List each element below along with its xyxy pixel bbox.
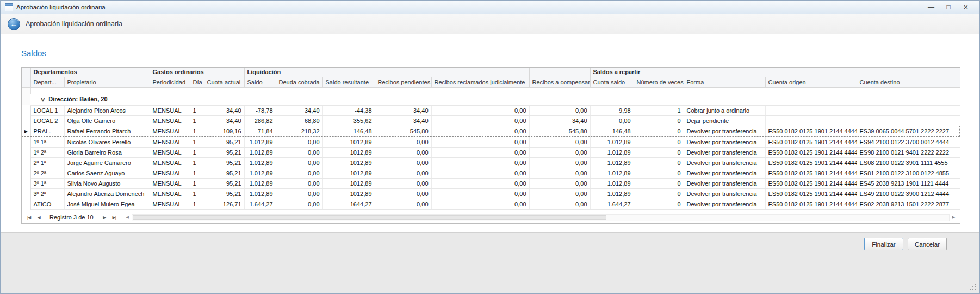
cell-periodicidad[interactable]: MENSUAL <box>150 157 190 168</box>
cell-deuda_cobrada[interactable]: 68,80 <box>276 115 322 126</box>
cell-dia[interactable]: 1 <box>190 178 204 188</box>
cell-cuenta_origen[interactable]: ES50 0182 0125 1901 2144 4444 <box>765 178 857 188</box>
cell-propietario[interactable]: Nicolás Olivares Perelló <box>64 137 150 147</box>
cell-recibos_pendientes[interactable]: 0,00 <box>375 157 431 168</box>
cell-cuota_actual[interactable]: 109,16 <box>204 126 244 137</box>
cell-recibos_pendientes[interactable]: 0,00 <box>375 137 431 147</box>
cell-num_veces[interactable]: 0 <box>634 157 684 168</box>
cell-depart[interactable]: ATICO <box>30 199 64 209</box>
cell-forma[interactable]: Devolver por transferencia <box>684 178 765 188</box>
cell-cuenta_destino[interactable]: ES49 2100 0122 3900 1212 4444 <box>857 188 960 199</box>
back-button[interactable]: ← <box>8 18 20 30</box>
cell-cuota_saldo[interactable]: 1.012,89 <box>590 137 634 147</box>
cell-saldo_resultante[interactable]: -44,38 <box>322 105 375 115</box>
cell-recibos_reclamados[interactable]: 0,00 <box>431 188 529 199</box>
table-row[interactable]: ▶PRAL.Rafael Ferrando PitarchMENSUAL1109… <box>22 126 960 137</box>
cell-cuota_saldo[interactable]: 1.012,89 <box>590 168 634 178</box>
cell-cuenta_destino[interactable]: ES39 0065 0044 5701 2222 2227 <box>857 126 960 137</box>
cell-forma[interactable]: Devolver por transferencia <box>684 137 765 147</box>
cell-cuota_saldo[interactable]: 1.012,89 <box>590 157 634 168</box>
cell-cuota_actual[interactable]: 34,40 <box>204 105 244 115</box>
cell-cuenta_origen[interactable]: ES50 0182 0125 1901 2144 4444 <box>765 137 857 147</box>
cell-num_veces[interactable]: 0 <box>634 199 684 209</box>
cell-cuenta_origen[interactable] <box>765 105 857 115</box>
minimize-icon[interactable]: — <box>927 4 935 10</box>
cell-periodicidad[interactable]: MENSUAL <box>150 147 190 157</box>
scrollbar-thumb[interactable] <box>133 215 606 220</box>
column-header-cuenta_destino[interactable]: Cuenta destino <box>857 77 960 87</box>
cell-propietario[interactable]: Rafael Ferrando Pitarch <box>64 126 150 137</box>
cell-num_veces[interactable]: 0 <box>634 137 684 147</box>
cell-deuda_cobrada[interactable]: 218,32 <box>276 126 322 137</box>
cell-propietario[interactable]: Carlos Saenz Aguayo <box>64 168 150 178</box>
cell-forma[interactable]: Devolver por transferencia <box>684 126 765 137</box>
table-row[interactable]: 3º 2ªAlejandro Atienza DomenechMENSUAL19… <box>22 188 960 199</box>
cell-deuda_cobrada[interactable]: 0,00 <box>276 199 322 209</box>
cell-num_veces[interactable]: 0 <box>634 147 684 157</box>
cell-forma[interactable]: Devolver por transferencia <box>684 147 765 157</box>
cell-forma[interactable]: Devolver por transferencia <box>684 157 765 168</box>
maximize-icon[interactable]: □ <box>945 4 952 10</box>
cell-saldo_resultante[interactable]: 1644,27 <box>322 199 375 209</box>
cell-dia[interactable]: 1 <box>190 105 204 115</box>
cell-recibos_pendientes[interactable]: 0,00 <box>375 199 431 209</box>
scroll-right-icon[interactable]: ▶ <box>950 215 958 219</box>
cell-depart[interactable]: 3º 1ª <box>30 178 64 188</box>
table-row[interactable]: LOCAL 2Olga Olle GameroMENSUAL134,40286,… <box>22 115 960 126</box>
cell-recibos_pendientes[interactable]: 0,00 <box>375 147 431 157</box>
cell-cuenta_origen[interactable]: ES50 0182 0125 1901 2144 4444 <box>765 188 857 199</box>
cell-saldo_resultante[interactable]: 1012,89 <box>322 157 375 168</box>
cell-depart[interactable]: 3º 2ª <box>30 188 64 199</box>
column-header-periodicidad[interactable]: Periodicidad <box>150 77 190 87</box>
cell-depart[interactable]: 1º 1ª <box>30 137 64 147</box>
cell-recibos_reclamados[interactable]: 0,00 <box>431 157 529 168</box>
cell-recibos_reclamados[interactable]: 0,00 <box>431 105 529 115</box>
cell-num_veces[interactable]: 0 <box>634 178 684 188</box>
cell-recibos_reclamados[interactable]: 0,00 <box>431 168 529 178</box>
cell-depart[interactable]: 2º 2ª <box>30 168 64 178</box>
cell-periodicidad[interactable]: MENSUAL <box>150 126 190 137</box>
cell-deuda_cobrada[interactable]: 0,00 <box>276 168 322 178</box>
cell-num_veces[interactable]: 0 <box>634 188 684 199</box>
cell-saldo[interactable]: 1.012,89 <box>244 188 276 199</box>
cell-periodicidad[interactable]: MENSUAL <box>150 105 190 115</box>
cell-saldo_resultante[interactable]: 1012,89 <box>322 147 375 157</box>
cell-cuenta_destino[interactable]: ES94 2100 0122 3700 0012 4444 <box>857 137 960 147</box>
cell-recibos_compensar[interactable]: 545,80 <box>529 126 590 137</box>
cell-saldo[interactable]: 1.012,89 <box>244 178 276 188</box>
cell-recibos_compensar[interactable]: 0,00 <box>529 168 590 178</box>
cell-saldo_resultante[interactable]: 355,62 <box>322 115 375 126</box>
cell-recibos_reclamados[interactable]: 0,00 <box>431 199 529 209</box>
table-row[interactable]: 3º 1ªSilvia Novo AugustoMENSUAL195,211.0… <box>22 178 960 188</box>
cell-saldo[interactable]: 1.012,89 <box>244 168 276 178</box>
column-header-saldo[interactable]: Saldo <box>244 77 276 87</box>
cell-cuota_actual[interactable]: 95,21 <box>204 157 244 168</box>
cell-forma[interactable]: Devolver por transferencia <box>684 188 765 199</box>
cancelar-button[interactable]: Cancelar <box>908 238 947 250</box>
cell-dia[interactable]: 1 <box>190 137 204 147</box>
cell-cuenta_destino[interactable]: ES45 2038 9213 1901 1121 4444 <box>857 178 960 188</box>
cell-forma[interactable]: Cobrar junto a ordinario <box>684 105 765 115</box>
cell-recibos_compensar[interactable]: 0,00 <box>529 137 590 147</box>
table-row[interactable]: ATICOJosé Miguel Mulero EgeaMENSUAL1126,… <box>22 199 960 209</box>
cell-saldo_resultante[interactable]: 1012,89 <box>322 188 375 199</box>
column-header-dia[interactable]: Día <box>190 77 204 87</box>
cell-propietario[interactable]: Silvia Novo Augusto <box>64 178 150 188</box>
table-row[interactable]: LOCAL 1Alejandro Picon ArcosMENSUAL134,4… <box>22 105 960 115</box>
cell-cuota_actual[interactable]: 95,21 <box>204 147 244 157</box>
cell-cuenta_destino[interactable] <box>857 115 960 126</box>
cell-cuota_actual[interactable]: 95,21 <box>204 168 244 178</box>
cell-cuota_actual[interactable]: 95,21 <box>204 188 244 199</box>
close-icon[interactable]: × <box>962 4 970 10</box>
cell-propietario[interactable]: José Miguel Mulero Egea <box>64 199 150 209</box>
cell-saldo_resultante[interactable]: 1012,89 <box>322 137 375 147</box>
table-row[interactable]: 2º 2ªCarlos Saenz AguayoMENSUAL195,211.0… <box>22 168 960 178</box>
cell-propietario[interactable]: Alejandro Atienza Domenech <box>64 188 150 199</box>
cell-recibos_reclamados[interactable]: 0,00 <box>431 178 529 188</box>
first-record-button[interactable]: |◀ <box>24 215 34 220</box>
cell-saldo_resultante[interactable]: 146,48 <box>322 126 375 137</box>
column-header-saldo_resultante[interactable]: Saldo resultante <box>322 77 375 87</box>
cell-recibos_compensar[interactable]: 0,00 <box>529 105 590 115</box>
cell-recibos_compensar[interactable]: 0,00 <box>529 157 590 168</box>
cell-dia[interactable]: 1 <box>190 115 204 126</box>
